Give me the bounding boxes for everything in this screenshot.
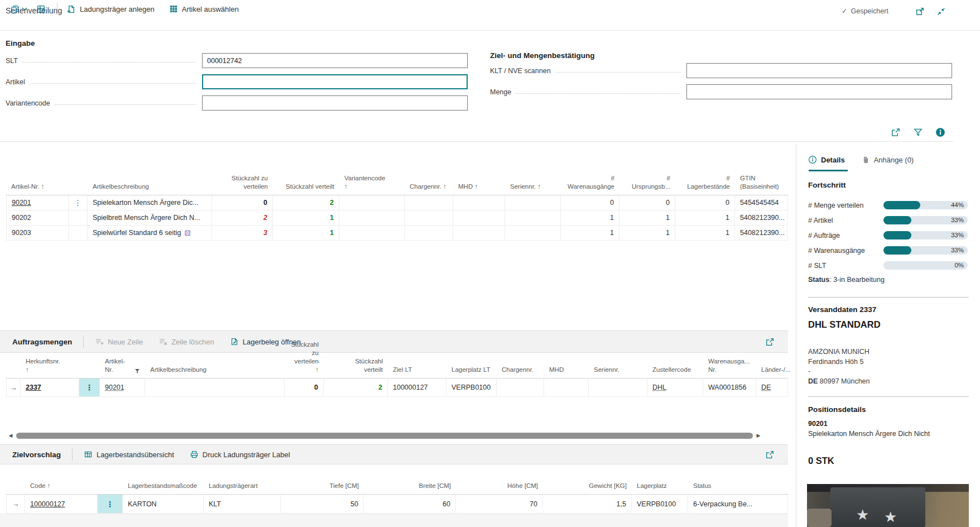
- col-header-ziel-lt[interactable]: Ziel LT: [388, 353, 446, 379]
- info-icon[interactable]: [935, 127, 945, 137]
- neue-zeile-label: Neue Zeile: [108, 338, 143, 346]
- col-header-stueckzahl-verteilt[interactable]: Stückzahl verteilt: [273, 171, 339, 195]
- col-header-stueckzahl-zu-verteilen[interactable]: Stückzahl zu verteilen: [212, 171, 273, 195]
- serienverteilung-table: Artikel-Nr. ↑ Artikelbeschreibung Stückz…: [6, 171, 788, 241]
- progress-label: # Aufträge: [808, 232, 880, 239]
- artikel-auswaehlen-button[interactable]: Artikel auswählen: [169, 4, 239, 13]
- table-row-cell: 2: [212, 210, 273, 226]
- col-header-stueckzahl-verteilt[interactable]: Stückzahl verteilt: [324, 353, 388, 379]
- tab-anhaenge[interactable]: Anhänge (0): [862, 156, 914, 164]
- menge-input[interactable]: [686, 84, 952, 99]
- row-menu-icon[interactable]: ⋮: [74, 198, 82, 207]
- herkunftsnr-link[interactable]: 2337: [26, 384, 41, 391]
- col-header-mhd[interactable]: MHD ↑: [453, 171, 505, 195]
- collapse-icon[interactable]: [936, 7, 946, 16]
- table-row-cell: Spielekarton Mensch Ärgere Dic...: [88, 195, 212, 210]
- col-header-stueckzahl-zu-verteilen[interactable]: Stückzahl zu verteilen ↑: [285, 353, 324, 379]
- table-row-cell: 90201: [100, 379, 145, 397]
- paperclip-icon: [862, 156, 870, 164]
- col-header-herkunftsnr[interactable]: Herkunftsnr. ↑: [21, 353, 79, 379]
- col-header-lagerbestaende[interactable]: # Lagerbestände: [675, 171, 735, 195]
- dotted-leader: [30, 83, 196, 84]
- position-beschreibung: Spielekarton Mensch Ärgere Dich Nicht: [808, 430, 930, 438]
- lagerbestaende-link[interactable]: 1: [675, 210, 735, 226]
- col-header-artikel-nr[interactable]: Artikel-Nr.: [100, 353, 145, 379]
- col-header-tiefe[interactable]: Tiefe [CM]: [281, 467, 364, 495]
- col-header-status[interactable]: Status: [688, 467, 788, 495]
- col-header-chargennr[interactable]: Chargennr. ↑: [405, 171, 453, 195]
- document-plus-icon: [66, 4, 76, 14]
- progress-fill: [883, 201, 920, 209]
- zustellercode-link[interactable]: DHL: [652, 384, 666, 391]
- lagerbestaende-link[interactable]: 0: [675, 195, 735, 210]
- col-header-gewicht[interactable]: Gewicht [KG]: [543, 467, 632, 495]
- col-header-laender[interactable]: Länder-/...: [756, 353, 788, 379]
- current-row-indicator: →: [6, 379, 21, 397]
- warenausgaenge-link[interactable]: 1: [561, 210, 619, 226]
- col-header-code[interactable]: Code ↑: [25, 467, 98, 495]
- row-menu-icon[interactable]: ⋮: [85, 383, 93, 392]
- col-header-seriennr[interactable]: Seriennr. ↑: [505, 171, 561, 195]
- photo-item: [807, 509, 832, 527]
- lagerbestandsuebersicht-button[interactable]: Lagerbestandsübersicht: [84, 450, 174, 459]
- popout-icon[interactable]: [915, 7, 925, 16]
- lagerplatz-lt-link[interactable]: VERPB0100: [446, 379, 497, 397]
- laendercode-link[interactable]: DE: [761, 384, 771, 391]
- scroll-right-icon[interactable]: ▶: [754, 433, 763, 438]
- warenausgang-link[interactable]: WA0001856: [703, 379, 756, 397]
- col-header-artikelbeschreibung[interactable]: Artikelbeschreibung: [88, 171, 212, 195]
- table-row-cell: 50: [281, 495, 364, 514]
- variantencode-input[interactable]: [202, 95, 468, 111]
- col-header-variantencode[interactable]: Variantencode ↑: [339, 171, 405, 195]
- ladungstraeger-anlegen-button[interactable]: Ladungsträger anlegen: [66, 4, 155, 14]
- lagerbestaende-link[interactable]: 1: [675, 226, 735, 241]
- share-icon[interactable]: [765, 337, 775, 347]
- col-header-lagerplatz-lt[interactable]: Lagerplatz LT: [446, 353, 497, 379]
- code-link[interactable]: 100000127: [30, 500, 65, 508]
- col-header-lagerplatz[interactable]: Lagerplatz: [632, 467, 688, 495]
- col-header-ladungstraegerart[interactable]: Ladungsträgerart: [204, 467, 281, 495]
- col-header-hoehe[interactable]: Höhe [CM]: [456, 467, 543, 495]
- filter-icon[interactable]: [913, 127, 923, 137]
- scrollbar-thumb[interactable]: [16, 433, 753, 439]
- open-document-icon: [230, 337, 239, 346]
- scroll-left-icon[interactable]: ◀: [6, 433, 15, 438]
- warenausgaenge-link[interactable]: 1: [561, 226, 619, 241]
- col-header-warenausgaenge[interactable]: # Warenausgänge: [561, 171, 619, 195]
- col-header-mhd[interactable]: MHD: [544, 353, 589, 379]
- col-header-zustellercode[interactable]: Zustellercode: [647, 353, 703, 379]
- neue-zeile-button[interactable]: Neue Zeile: [95, 337, 143, 346]
- col-header-artikel-nr[interactable]: Artikel-Nr. ↑: [6, 171, 69, 195]
- col-header-artikelbeschreibung[interactable]: Artikelbeschreibung: [145, 353, 285, 379]
- col-header-seriennr[interactable]: Seriennr.: [589, 353, 647, 379]
- col-header-gtin[interactable]: GTIN (Basiseinheit): [735, 171, 788, 195]
- artikel-nr-link[interactable]: 90202: [12, 214, 31, 222]
- table-row-cell: [589, 379, 647, 397]
- check-icon: ✓: [842, 7, 847, 15]
- share-icon[interactable]: [765, 450, 775, 459]
- druck-ladungstraeger-label-button[interactable]: Druck Ladungsträger Label: [190, 450, 290, 459]
- artikel-nr-link[interactable]: 90201: [105, 384, 124, 391]
- address-line: -: [808, 367, 870, 377]
- col-header-chargennr[interactable]: Chargennr.: [497, 353, 544, 379]
- tab-details[interactable]: Details: [808, 155, 845, 164]
- col-header-lagerbestandsmasscode[interactable]: Lagerbestandsmaßcode: [123, 467, 204, 495]
- col-header-empty: [6, 467, 25, 495]
- artikel-input[interactable]: [202, 74, 468, 89]
- col-header-warenausgang-nr[interactable]: Warenausga... Nr.: [703, 353, 756, 379]
- col-header-breite[interactable]: Breite [CM]: [364, 467, 456, 495]
- zeile-loeschen-button[interactable]: Zeile löschen: [158, 337, 214, 346]
- table-row-cell: [339, 195, 405, 210]
- artikel-nr-link[interactable]: 90201: [12, 199, 31, 207]
- col-header-ursprungsb[interactable]: # Ursprungsb...: [619, 171, 675, 195]
- horizontal-scrollbar[interactable]: ◀ ▶: [6, 431, 788, 440]
- ziel-lt-link[interactable]: 100000127: [388, 379, 446, 397]
- slt-input[interactable]: [202, 53, 468, 68]
- klt-nve-input[interactable]: [686, 63, 952, 78]
- fortschritt-heading: Fortschritt: [808, 181, 846, 189]
- share-icon[interactable]: [891, 127, 901, 137]
- row-menu-icon[interactable]: ⋮: [106, 500, 114, 509]
- row-menu-cell: [69, 226, 88, 241]
- artikel-nr-link[interactable]: 90203: [12, 229, 31, 237]
- warenausgaenge-link[interactable]: 0: [561, 195, 619, 210]
